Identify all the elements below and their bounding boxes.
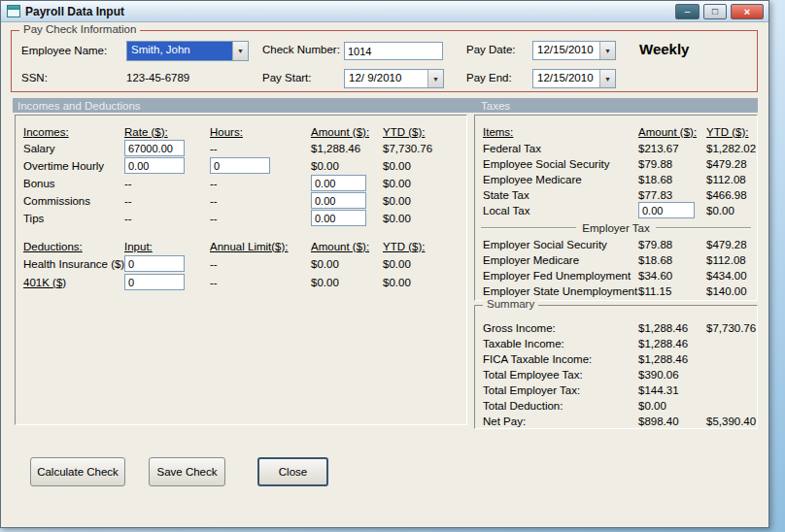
income-row-salary: Salary -- $1,288.46 $7,730.76 (23, 140, 463, 156)
summary-label: Total Deduction: (483, 400, 638, 412)
overtime-rate-input[interactable] (124, 157, 185, 174)
calculate-check-button[interactable]: Calculate Check (30, 457, 125, 486)
income-ytd: $0.00 (383, 160, 463, 172)
pay-end-value: 12/15/2010 (533, 70, 599, 87)
income-rate: -- (124, 213, 210, 224)
bonus-amount-input[interactable] (311, 175, 366, 191)
tax-row-federal: Federal Tax $213.67 $1,282.02 (483, 140, 754, 156)
income-rate: -- (124, 195, 210, 207)
chevron-down-icon[interactable]: ▼ (427, 70, 443, 87)
maximize-icon: □ (712, 7, 718, 17)
health-insurance-input[interactable] (124, 255, 185, 272)
incomes-deductions-panel: Incomes: Rate ($): Hours: Amount ($): YT… (15, 115, 467, 425)
chevron-down-icon[interactable]: ▼ (232, 42, 248, 60)
tax-amount: $79.88 (638, 239, 706, 250)
local-tax-input[interactable] (638, 202, 695, 218)
401k-link[interactable]: 401K ($) (23, 277, 124, 288)
summary-value: $1,288.46 (638, 353, 706, 365)
tax-amount: $213.67 (638, 143, 706, 154)
input-header: Input: (124, 241, 210, 252)
deduction-row-health-insurance: Health Insurance ($) -- $0.00 $0.00 (23, 255, 463, 272)
rate-header: Rate ($): (124, 126, 210, 138)
tax-amount: $18.68 (638, 174, 706, 185)
deduction-amount: $0.00 (311, 277, 383, 288)
salary-rate-input[interactable] (124, 140, 185, 156)
summary-label: Taxable Income: (483, 338, 638, 349)
summary-row-total-deduction: Total Deduction: $0.00 (483, 397, 754, 414)
tax-amount: $79.88 (638, 158, 706, 170)
employee-name-select[interactable]: Smith, John ▼ (126, 41, 249, 61)
tax-amount: $34.60 (638, 270, 706, 282)
tips-amount-input[interactable] (311, 210, 366, 226)
summary-row-total-employee-tax: Total Employee Tax: $390.06 (483, 366, 754, 382)
deductions-header: Deductions: (23, 241, 124, 252)
title-bar[interactable]: Payroll Data Input – □ × (1, 1, 768, 22)
employee-name-value: Smith, John (127, 42, 232, 60)
income-row-bonus: Bonus -- -- $0.00 (23, 175, 463, 191)
divider (481, 227, 576, 229)
tax-label: State Tax (483, 189, 638, 201)
employer-tax-separator: Employer Tax (481, 222, 751, 234)
summary-row-fica: FICA Taxable Income: $1,288.46 (483, 350, 754, 367)
summary-value: $390.06 (638, 369, 706, 381)
summary-label: FICA Taxable Income: (483, 353, 638, 365)
income-hours: -- (210, 213, 311, 224)
divider (656, 227, 751, 229)
tax-ytd: $112.08 (706, 254, 754, 266)
window-close-button[interactable]: × (731, 4, 764, 19)
minimize-button[interactable]: – (675, 4, 700, 19)
summary-value: $1,288.46 (638, 322, 706, 334)
tax-label: Federal Tax (483, 143, 638, 154)
incomes-header: Incomes: (23, 126, 124, 138)
deduction-label: Health Insurance ($) (23, 258, 124, 270)
summary-row-total-employer-tax: Total Employer Tax: $144.31 (483, 382, 754, 398)
tax-row-local: Local Tax $0.00 (483, 202, 754, 218)
taxes-header-row: Items: Amount ($): YTD ($): (483, 123, 754, 140)
commissions-amount-input[interactable] (311, 192, 366, 209)
ytd-header: YTD ($): (383, 126, 463, 138)
save-check-button[interactable]: Save Check (149, 457, 225, 486)
summary-value: $898.40 (638, 416, 706, 427)
incomes-header-row: Incomes: Rate ($): Hours: Amount ($): YT… (23, 123, 463, 140)
form-client-area: Pay Check Information Employee Name: Smi… (1, 22, 768, 527)
overtime-hours-input[interactable] (210, 157, 270, 174)
summary-row-net-pay: Net Pay: $898.40 $5,390.40 (483, 413, 754, 429)
amount-header: Amount ($): (311, 241, 383, 252)
tax-ytd: $466.98 (706, 189, 754, 201)
summary-label: Total Employer Tax: (483, 384, 638, 396)
summary-row-taxable: Taxable Income: $1,288.46 (483, 335, 754, 351)
employer-tax-label: Employer Tax (576, 222, 655, 234)
pay-date-picker[interactable]: 12/15/2010 ▼ (532, 41, 616, 60)
tax-label: Employee Social Security (483, 158, 638, 170)
app-icon[interactable] (7, 5, 20, 17)
ytd-header: YTD ($): (706, 126, 754, 138)
close-button[interactable]: Close (257, 457, 328, 486)
chevron-down-icon[interactable]: ▼ (599, 42, 615, 59)
tax-ytd: $479.28 (706, 158, 754, 170)
tax-row-employer-state-unemployment: Employer State Unemployment $11.15 $140.… (483, 283, 754, 299)
tax-row-employee-medicare: Employee Medicare $18.68 $112.08 (483, 171, 754, 187)
tax-row-employee-ss: Employee Social Security $79.88 $479.28 (483, 155, 754, 172)
window-controls: – □ × (675, 4, 764, 19)
summary-group-label: Summary (483, 298, 538, 310)
income-ytd: $7,730.76 (383, 143, 463, 154)
pay-end-picker[interactable]: 12/15/2010 ▼ (532, 69, 616, 88)
summary-ytd: $7,730.76 (706, 322, 756, 334)
income-label: Salary (23, 143, 124, 154)
income-label: Commissions (23, 195, 124, 207)
income-hours: -- (210, 143, 311, 154)
summary-label: Total Employee Tax: (483, 369, 638, 381)
tax-ytd: $1,282.02 (706, 143, 756, 154)
tax-label: Employer Fed Unemployment (483, 270, 638, 282)
pay-date-value: 12/15/2010 (533, 42, 599, 59)
check-number-input[interactable] (344, 42, 443, 60)
pay-start-picker[interactable]: 12/ 9/2010 ▼ (344, 69, 444, 88)
chevron-down-icon[interactable]: ▼ (599, 70, 615, 87)
401k-input[interactable] (124, 274, 185, 290)
minimize-icon: – (685, 7, 691, 17)
income-ytd: $0.00 (383, 195, 463, 207)
income-row-overtime: Overtime Hourly $0.00 $0.00 (23, 157, 463, 174)
summary-label: Net Pay: (483, 416, 638, 427)
tax-label: Employer Social Security (483, 239, 638, 250)
maximize-button[interactable]: □ (703, 4, 727, 19)
